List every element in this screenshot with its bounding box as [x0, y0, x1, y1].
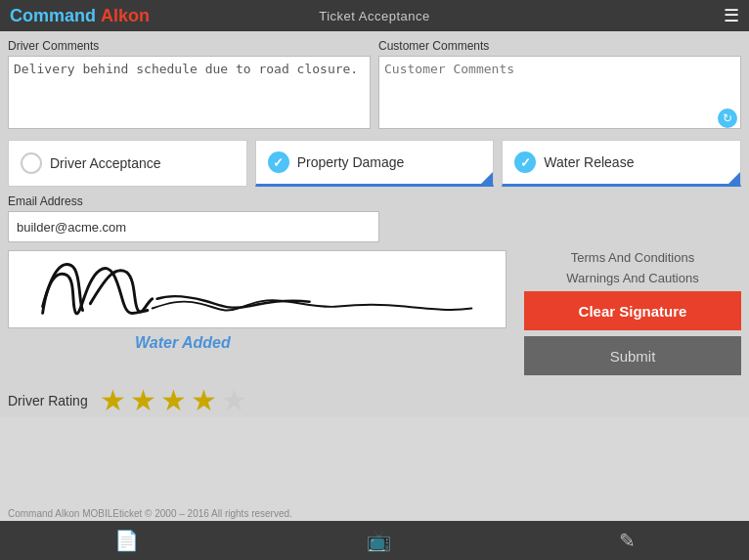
checkbox-property-damage[interactable]: Property Damage: [255, 140, 495, 187]
copyright: Command Alkon MOBILEticket © 2000 – 2016…: [8, 508, 292, 519]
checkbox-driver-acceptance-label: Driver Acceptance: [50, 155, 161, 171]
stars-container[interactable]: ★ ★ ★ ★ ★: [100, 383, 247, 417]
rating-label: Driver Rating: [8, 393, 88, 409]
signature-area: Water Added: [8, 250, 516, 375]
warnings-link[interactable]: Warnings And Cautions: [524, 271, 741, 285]
edit-icon[interactable]: ✎: [619, 529, 636, 552]
customer-comments-input[interactable]: [378, 56, 741, 129]
signature-canvas[interactable]: [8, 250, 507, 328]
clear-signature-button[interactable]: Clear Signature: [524, 291, 741, 330]
checkbox-property-damage-label: Property Damage: [297, 154, 405, 170]
star-4[interactable]: ★: [191, 383, 217, 417]
logo: Command Alkon: [10, 6, 150, 26]
email-label: Email Address: [8, 194, 741, 208]
checkbox-water-release-circle: [514, 151, 536, 173]
checkbox-driver-acceptance[interactable]: Driver Acceptance: [8, 140, 247, 187]
driver-comments-input[interactable]: Delivery behind schedule due to road clo…: [8, 56, 371, 129]
star-1[interactable]: ★: [100, 383, 126, 417]
logo-alkon: Alkon: [101, 6, 150, 26]
signature-svg: [9, 251, 506, 327]
checkbox-corner-1: [481, 172, 493, 184]
water-added-label: Water Added: [135, 334, 516, 352]
customer-comments-label: Customer Comments: [378, 39, 741, 53]
driver-comments-label: Driver Comments: [8, 39, 371, 53]
menu-icon[interactable]: ☰: [724, 5, 739, 26]
star-3[interactable]: ★: [160, 383, 187, 417]
terms-link[interactable]: Terms And Conditions: [524, 250, 741, 265]
right-panel: Terms And Conditions Warnings And Cautio…: [524, 250, 741, 375]
document-icon[interactable]: 📄: [114, 529, 139, 552]
tablet-icon[interactable]: 📺: [367, 529, 391, 552]
logo-command: Command: [10, 6, 96, 26]
header: Command Alkon Ticket Acceptance ☰: [0, 0, 749, 31]
checkbox-driver-acceptance-circle: [21, 152, 42, 174]
checkbox-property-damage-circle: [268, 151, 289, 173]
star-5[interactable]: ★: [221, 383, 247, 417]
email-row: Email Address: [8, 194, 741, 242]
comments-row: Driver Comments Delivery behind schedule…: [8, 39, 741, 132]
customer-comments-block: Customer Comments ↻: [378, 39, 741, 132]
checkbox-corner-2: [728, 172, 740, 184]
driver-comments-block: Driver Comments Delivery behind schedule…: [8, 39, 371, 132]
submit-button[interactable]: Submit: [524, 336, 741, 375]
customer-comment-wrapper: ↻: [378, 56, 741, 132]
footer-bar: 📄 📺 ✎: [0, 521, 749, 560]
star-2[interactable]: ★: [130, 383, 156, 417]
lower-row: Water Added Terms And Conditions Warning…: [8, 250, 741, 375]
refresh-icon[interactable]: ↻: [718, 108, 737, 128]
rating-row: Driver Rating ★ ★ ★ ★ ★: [8, 383, 741, 417]
page-title: Ticket Acceptance: [319, 9, 430, 23]
checkbox-water-release-label: Water Release: [544, 154, 634, 170]
email-input[interactable]: [8, 211, 379, 242]
checkboxes-row: Driver Acceptance Property Damage Water …: [8, 140, 741, 187]
checkbox-water-release[interactable]: Water Release: [502, 140, 741, 187]
main-content: Driver Comments Delivery behind schedule…: [0, 31, 749, 417]
